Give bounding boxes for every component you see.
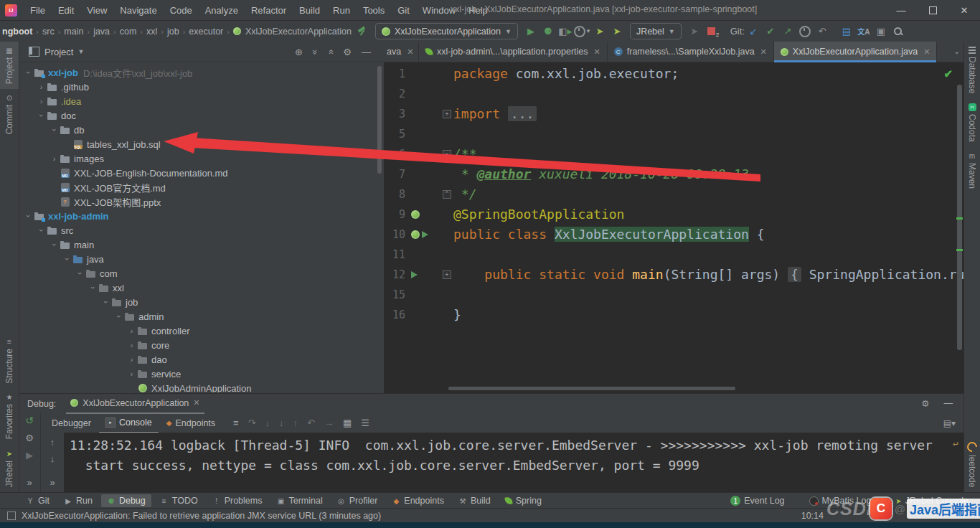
menu-tools[interactable]: Tools [357,2,391,19]
code-line-6[interactable]: 6−/** [384,144,964,164]
toolwindow-tab-run[interactable]: ▶Run [58,494,98,507]
toolwindow-tab-profiler[interactable]: ◎Profiler [331,494,384,507]
tree-chevron-icon[interactable]: › [126,341,137,349]
debug-tab-endpoints[interactable]: ◆Endpoints [160,413,222,433]
menu-view[interactable]: View [80,2,113,19]
tool-stripe-database[interactable]: Database [967,42,977,98]
jrebel-run-icon[interactable]: ➤ [591,24,608,39]
gear-icon[interactable]: ⚙ [343,47,352,57]
tree-item-core[interactable]: ›core [19,338,384,352]
tab-list-chevron-icon[interactable]: ⌄ [954,47,960,55]
tool-stripe-structure[interactable]: ≡Structure [4,333,14,389]
tree-item-xxl[interactable]: ›xxl [19,280,384,295]
tree-item-.github[interactable]: ›.github [19,80,384,94]
tree-item-main[interactable]: ›main [19,237,384,252]
jrebel-debug-icon[interactable]: ➤ [608,24,626,39]
tool-stripe-jrebel[interactable]: ➤JRebel [4,445,14,492]
tree-chevron-icon[interactable]: › [102,297,110,308]
git-push-icon[interactable]: ↗ [779,24,796,39]
down-stack-icon[interactable]: ↓ [50,453,55,464]
tree-item-src[interactable]: ›src [19,223,384,237]
menu-analyze[interactable]: Analyze [199,2,245,19]
inspections-ok-icon[interactable]: ✔ [943,67,953,80]
run-gutter-icon[interactable] [411,271,418,278]
toolwindow-tab-git[interactable]: YGit [20,494,55,507]
more-icon[interactable]: » [50,477,55,488]
layout-settings-icon[interactable]: ▤▾ [943,418,964,428]
tree-chevron-icon[interactable]: › [24,211,33,222]
tree-item-XXL-JOB-English-Documentation.md[interactable]: MDXXL-JOB-English-Documentation.md [19,166,384,180]
hide-panel-icon[interactable]: — [944,398,953,409]
restore-icon[interactable] [917,0,948,20]
menu-build[interactable]: Build [293,2,326,19]
menu-code[interactable]: Code [164,2,199,19]
tree-item-admin[interactable]: ›admin [19,309,384,324]
editor-horizontal-scrollbar[interactable] [448,387,735,390]
menu-git[interactable]: Git [391,2,416,19]
tree-item-tables_xxl_job.sql[interactable]: SQLtables_xxl_job.sql [19,137,384,151]
tree-chevron-icon[interactable]: › [126,355,137,364]
tree-chevron-icon[interactable]: › [115,311,123,322]
tool-stripe-leetcode[interactable]: leetcode [967,437,977,492]
coverage-button[interactable]: ◧▶ [557,24,574,39]
tree-chevron-icon[interactable]: › [76,268,85,279]
rerun-icon[interactable]: ↺ [25,415,34,426]
tree-item-xxl-job[interactable]: ›xxl-jobD:\idea文件\xxl_job\xxl-job [19,65,384,80]
git-commit-icon[interactable]: ✔ [762,24,779,39]
tree-item-dao[interactable]: ›dao [19,352,384,367]
fold-marker-icon[interactable]: ^ [443,190,451,199]
settings-wrench-icon[interactable]: ⚙ [25,433,34,443]
menu-run[interactable]: Run [326,2,357,19]
tree-item-job[interactable]: ›job [19,295,384,309]
toolwindow-tab-debug[interactable]: ⚈Debug [101,494,151,507]
history-icon[interactable] [796,24,814,39]
tool-stripe-project[interactable]: ▦Project [0,42,19,89]
menu-navigate[interactable]: Navigate [113,2,163,19]
fold-marker-icon[interactable]: − [443,150,451,159]
toolwindow-tab-problems[interactable]: !Problems [207,494,268,507]
expand-all-icon[interactable]: » [310,49,321,54]
tree-item-controller[interactable]: ›controller [19,324,384,338]
tool-stripe-maven[interactable]: mMaven [967,147,977,194]
toolwindow-toggle-icon[interactable] [7,512,16,520]
close-icon[interactable]: ✕ [407,47,413,57]
hamburger-icon[interactable]: ≡ [233,418,239,428]
menu-edit[interactable]: Edit [52,2,80,19]
tree-chevron-icon[interactable]: › [49,154,60,163]
jrebel-select[interactable]: JRebel▼ [630,23,682,39]
fold-marker-icon[interactable]: + [443,270,451,279]
code-line-8[interactable]: 8^ */ [384,184,964,204]
breadcrumb-item[interactable]: XxlJobExecutorApplication [243,27,354,37]
code-line-1[interactable]: 1package com.xxl.job.executor; [384,64,964,84]
tree-chevron-icon[interactable]: › [89,283,98,293]
breadcrumb-item[interactable]: main [62,27,85,37]
tree-item-images[interactable]: ›images [19,151,384,166]
rollback-icon[interactable]: ↶ [814,24,831,39]
tree-item-XxlJobAdminApplication[interactable]: XxlJobAdminApplication [19,381,384,392]
close-icon[interactable]: ✕ [193,398,199,407]
breadcrumb-item[interactable]: com [118,27,139,37]
tree-chevron-icon[interactable]: › [24,67,33,78]
breadcrumb-item[interactable]: job [165,27,182,37]
breadcrumb-item[interactable]: xxl [144,27,159,37]
code-editor[interactable]: 1package com.xxl.job.executor;23+import … [384,62,964,390]
close-icon[interactable]: ✕ [923,47,930,57]
collapse-all-icon[interactable]: » [325,49,336,54]
profiler-button[interactable]: ▼ [574,24,591,39]
code-line-12[interactable]: 12+ public static void main(String[] arg… [384,265,964,285]
tree-chevron-icon[interactable]: › [126,326,137,335]
run-gutter-icon[interactable] [422,231,428,238]
evaluate-icon[interactable]: ▦ [343,418,352,428]
code-line-7[interactable]: 7 * @author xuxueli 2018-10-28 00:38:13 [384,164,964,184]
project-scrollbar[interactable] [377,66,382,174]
breadcrumb-item[interactable]: ngboot [0,27,34,37]
code-line-5[interactable]: 5 [384,124,964,144]
translate-icon[interactable]: 文A [855,24,872,39]
more-icon[interactable]: » [27,477,32,488]
tree-item-XXL-JOB-.pptx[interactable]: ?XXL-JOB架构图.pptx [19,194,384,209]
up-stack-icon[interactable]: ↑ [50,437,55,448]
editor-tab-XxlJobExecutorApplication.java[interactable]: XxlJobExecutorApplication.java✕ [774,42,938,62]
toolwindow-tab-spring[interactable]: Spring [499,494,547,507]
minimize-icon[interactable]: — [885,0,917,20]
tree-item-doc[interactable]: ›doc [19,108,384,123]
